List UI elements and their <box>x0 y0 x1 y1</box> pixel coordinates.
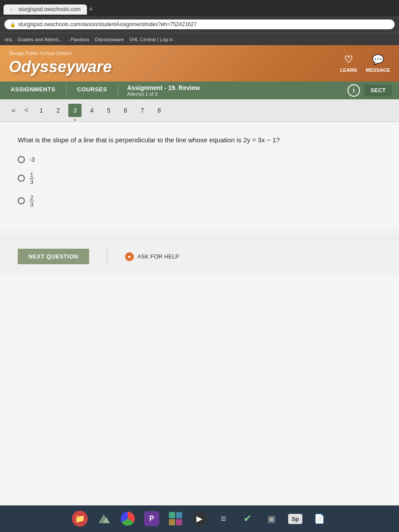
browser-chrome: × sturgispsd.owschools.com + 🔒 sturgisps… <box>0 0 399 45</box>
bookmark-vhl[interactable]: VHL Central | Log in <box>129 37 173 42</box>
book-taskbar-icon[interactable]: ≡ <box>214 509 233 528</box>
purple-app-taskbar-icon[interactable]: P <box>142 509 161 528</box>
message-button[interactable]: 💬 MESSAGE <box>366 54 390 73</box>
next-question-button[interactable]: NEXT QUESTION <box>18 249 89 264</box>
fraction-2-3: 2 3 <box>29 194 34 208</box>
tab-bar: × sturgispsd.owschools.com + <box>0 0 399 16</box>
new-tab-button[interactable]: + <box>89 5 94 14</box>
denominator-1: 3 <box>29 179 34 186</box>
radio-option-3[interactable] <box>18 197 25 204</box>
breadcrumb-main: Assignment - 19. Review <box>127 84 332 91</box>
book-icon: ≡ <box>221 513 227 524</box>
bookmarks-bar: ons Grades and Attend... - Pandora Odyss… <box>0 33 399 45</box>
info-button[interactable]: i <box>348 84 360 97</box>
active-tab[interactable]: × sturgispsd.owschools.com <box>4 4 87 15</box>
screen-taskbar-icon[interactable]: ▣ <box>262 509 281 528</box>
chrome-icon <box>121 512 135 526</box>
answer-text-1: -3 <box>29 156 35 163</box>
address-bar-row: 🔒 sturgispsd.owschools.com/owsoo/student… <box>0 16 399 33</box>
pagination-bar: « < 1 2 3 4 5 6 7 8 <box>0 99 399 122</box>
breadcrumb-sub: Attempt 1 of 3 <box>127 91 332 97</box>
breadcrumb: Assignment - 19. Review Attempt 1 of 3 <box>118 82 340 99</box>
prev-prev-button[interactable]: « <box>9 106 18 115</box>
numerator-2: 2 <box>29 194 34 202</box>
url-text: sturgispsd.owschools.com/owsoo/studentAs… <box>18 21 197 27</box>
screen-icon: ▣ <box>267 513 276 524</box>
grid-taskbar-icon[interactable] <box>166 509 185 528</box>
bookmark-grades[interactable]: Grades and Attend... <box>18 37 63 42</box>
answer-option-3[interactable]: 2 3 <box>18 194 381 208</box>
check-taskbar-icon[interactable]: ✔ <box>238 509 257 528</box>
answer-text-3: 2 3 <box>29 194 34 208</box>
purple-app-icon: P <box>144 511 159 526</box>
button-divider <box>107 248 107 266</box>
sp-label: Sp <box>288 514 303 524</box>
denominator-2: 3 <box>29 201 34 208</box>
numerator-1: 1 <box>29 172 34 179</box>
address-bar[interactable]: 🔒 sturgispsd.owschools.com/owsoo/student… <box>4 20 395 29</box>
ask-help-label: ASK FOR HELP <box>137 253 180 260</box>
folder-icon: 📄 <box>314 513 325 524</box>
prev-button[interactable]: < <box>22 106 31 115</box>
nav-bar: ASSIGNMENTS COURSES Assignment - 19. Rev… <box>0 82 399 99</box>
question-area: « < 1 2 3 4 5 6 7 8 What is the slope of… <box>0 99 399 274</box>
page-content: Sturgis Public School District Odysseywa… <box>0 45 399 505</box>
page-6[interactable]: 6 <box>119 104 132 117</box>
tab-close[interactable]: × <box>10 6 13 13</box>
header-left: Sturgis Public School District Odysseywa… <box>9 51 112 76</box>
learn-label: LEARN <box>340 67 357 73</box>
page-5[interactable]: 5 <box>102 104 115 117</box>
bookmark-ons[interactable]: ons <box>4 37 12 42</box>
mountain-icon <box>96 511 112 527</box>
page-7[interactable]: 7 <box>136 104 149 117</box>
question-content: What is the slope of a line that is perp… <box>0 122 399 230</box>
radio-option-2[interactable] <box>18 175 25 182</box>
nav-assignments[interactable]: ASSIGNMENTS <box>0 82 66 99</box>
lock-icon: 🔒 <box>10 22 16 27</box>
question-text: What is the slope of a line that is perp… <box>18 135 381 145</box>
ask-for-help-button[interactable]: ● ASK FOR HELP <box>125 252 180 261</box>
play-icon: ▶ <box>192 512 207 526</box>
message-icon: 💬 <box>372 54 384 66</box>
ask-help-icon: ● <box>125 252 134 261</box>
ow-header: Sturgis Public School District Odysseywa… <box>0 45 399 82</box>
page-8[interactable]: 8 <box>153 104 166 117</box>
answer-option-2[interactable]: 1 3 <box>18 171 381 186</box>
message-label: MESSAGE <box>366 67 390 73</box>
nav-courses[interactable]: COURSES <box>66 82 118 99</box>
fraction-1-3: 1 3 <box>29 172 34 186</box>
folder-taskbar-icon[interactable]: 📄 <box>309 509 329 528</box>
grid-icon <box>169 512 182 525</box>
chrome-taskbar-icon[interactable] <box>118 509 137 528</box>
tab-label: sturgispsd.owschools.com <box>19 6 81 12</box>
sp-badge-icon[interactable]: Sp <box>286 509 305 528</box>
learn-icon: ♡ <box>344 54 353 66</box>
bookmark-odysseyware[interactable]: Odysseyware <box>94 37 124 42</box>
sect-button[interactable]: SECT <box>364 85 392 96</box>
learn-button[interactable]: ♡ LEARN <box>340 54 357 73</box>
page-2[interactable]: 2 <box>51 104 65 117</box>
district-label: Sturgis Public School District <box>9 51 112 56</box>
page-4[interactable]: 4 <box>85 104 98 117</box>
answer-text-2: 1 3 <box>29 171 34 186</box>
play-taskbar-icon[interactable]: ▶ <box>190 509 209 528</box>
bookmark-pandora[interactable]: - Pandora <box>68 37 89 42</box>
taskbar: 📁 P ▶ ≡ ✔ ▣ Sp 📄 <box>0 505 399 532</box>
page-1[interactable]: 1 <box>35 104 48 117</box>
page-3[interactable]: 3 <box>68 104 82 117</box>
answer-option-1[interactable]: -3 <box>18 156 381 163</box>
header-right: ♡ LEARN 💬 MESSAGE <box>340 54 390 73</box>
radio-option-1[interactable] <box>18 156 25 163</box>
buttons-row: NEXT QUESTION ● ASK FOR HELP <box>0 239 399 274</box>
check-icon: ✔ <box>243 513 251 524</box>
nav-right: i SECT <box>340 82 399 99</box>
ow-logo: Odysseyware <box>9 58 112 76</box>
files-icon: 📁 <box>72 511 88 527</box>
mountain-taskbar-icon[interactable] <box>94 509 113 528</box>
files-taskbar-icon[interactable]: 📁 <box>70 509 90 528</box>
